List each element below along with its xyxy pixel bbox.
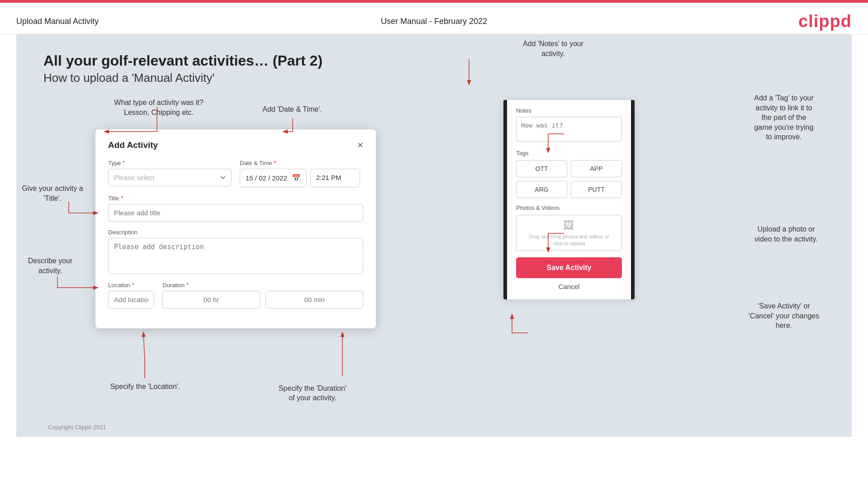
page-title: Upload Manual Activity	[16, 17, 99, 26]
logo: clippd	[798, 12, 852, 31]
photo-annotation: Upload a photo or video to the activity.	[734, 224, 838, 244]
footer-text: Copyright Clippd 2021	[48, 424, 106, 431]
save-annotation: 'Save Activity' or 'Cancel' your changes…	[730, 301, 838, 331]
tags-label: Tags	[516, 150, 622, 156]
location-label: Location *	[108, 281, 154, 289]
photos-dropzone[interactable]: 🖼 Drag and Drop photos and videos orclic…	[516, 215, 622, 251]
duration-hr-input[interactable]	[162, 291, 260, 308]
duration-group: Duration *	[162, 281, 363, 308]
location-duration-row: Location * Duration *	[108, 281, 363, 308]
footer: Copyright Clippd 2021	[48, 424, 106, 431]
add-activity-dialog: Add Activity × Type * Please select Date…	[95, 129, 376, 328]
title-label: Title *	[108, 194, 363, 202]
calendar-icon: 📅	[292, 174, 301, 182]
type-annotation: What type of activity was it? Lesson, Ch…	[109, 98, 209, 117]
title-annotation: Give your activity a 'Title'.	[16, 184, 89, 203]
location-group: Location *	[108, 281, 154, 308]
description-annotation: Describe your activity.	[16, 256, 84, 275]
duration-inputs	[162, 291, 363, 308]
cancel-button[interactable]: Cancel	[516, 283, 622, 290]
tags-grid: OTT APP ARG PUTT	[516, 160, 622, 198]
notes-annotation: Add 'Notes' to your activity.	[508, 39, 598, 58]
main-content: All your golf-relevant activities… (Part…	[16, 34, 852, 437]
tag-app[interactable]: APP	[571, 160, 622, 177]
type-group: Type * Please select	[108, 159, 232, 186]
description-input[interactable]	[108, 238, 363, 274]
duration-min-input[interactable]	[266, 291, 363, 308]
tag-arg[interactable]: ARG	[516, 181, 567, 198]
doc-subtitle: User Manual - February 2022	[381, 17, 487, 26]
type-select[interactable]: Please select	[108, 169, 232, 186]
phone-panel: Notes Tags OTT APP ARG PUTT Photos & Vid…	[503, 100, 635, 299]
notes-label: Notes	[516, 107, 622, 114]
page-heading: All your golf-relevant activities… (Part…	[43, 52, 825, 69]
duration-annotation: Specify the 'Duration' of your activity.	[256, 384, 369, 403]
tag-ott[interactable]: OTT	[516, 160, 567, 177]
page-subheading: How to upload a 'Manual Activity'	[43, 71, 825, 85]
close-button[interactable]: ×	[357, 140, 363, 150]
title-group: Title *	[108, 194, 363, 222]
photos-label: Photos & Videos	[516, 204, 622, 211]
tag-putt[interactable]: PUTT	[571, 181, 622, 198]
type-label: Type *	[108, 159, 232, 166]
notes-input[interactable]	[516, 117, 622, 142]
datetime-annotation: Add 'Date & Time'.	[251, 104, 333, 114]
tag-annotation: Add a 'Tag' to your activity to link it …	[730, 93, 838, 142]
datetime-label: Date & Time *	[240, 159, 363, 166]
description-group: Description	[108, 229, 363, 274]
location-input[interactable]	[108, 291, 154, 308]
dialog-header: Add Activity ×	[108, 140, 363, 150]
photo-icon: 🖼	[564, 219, 574, 232]
dialog-title: Add Activity	[108, 140, 158, 150]
title-input[interactable]	[108, 204, 363, 222]
date-input[interactable]: 15 / 02 / 2022 📅	[240, 169, 307, 187]
type-datetime-row: Type * Please select Date & Time * 15 / …	[108, 159, 363, 187]
top-bar: Upload Manual Activity User Manual - Feb…	[0, 3, 868, 34]
save-activity-button[interactable]: Save Activity	[516, 257, 622, 278]
location-annotation: Specify the 'Location'.	[100, 382, 190, 392]
description-label: Description	[108, 229, 363, 236]
drop-text: Drag and Drop photos and videos orclick …	[529, 233, 609, 247]
datetime-group: Date & Time * 15 / 02 / 2022 📅 2:21 PM	[240, 159, 363, 187]
duration-label: Duration *	[162, 281, 363, 289]
time-input[interactable]: 2:21 PM	[310, 169, 360, 187]
